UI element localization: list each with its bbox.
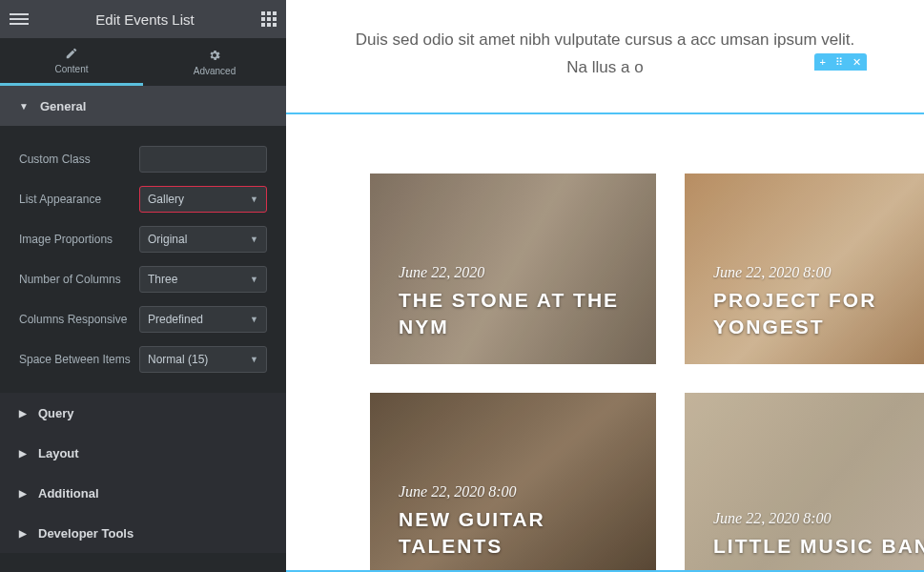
tab-advanced-label: Advanced [194, 66, 236, 76]
select-image-proportions-value: Original [148, 233, 187, 246]
label-image-proportions: Image Proportions [19, 233, 139, 246]
tab-content-label: Content [54, 64, 88, 74]
select-space-between-value: Normal (15) [148, 353, 208, 366]
event-date: June 22, 2020 8:00 [399, 483, 627, 500]
section-general-body: Custom Class List Appearance Gallery ▼ I… [0, 126, 286, 393]
drag-section-icon[interactable]: ⠿ [835, 57, 843, 68]
select-image-proportions[interactable]: Original ▼ [139, 226, 267, 253]
section-devtools[interactable]: ▶ Developer Tools [0, 513, 286, 553]
control-image-proportions: Image Proportions Original ▼ [19, 219, 267, 259]
event-title: THE STONE AT THE NYM [399, 287, 627, 341]
chevron-down-icon: ▼ [250, 315, 258, 324]
lorem-text: Duis sed odio sit amet nibh vulputate cu… [286, 0, 924, 101]
select-columns-responsive-value: Predefined [148, 313, 203, 326]
control-space-between: Space Between Items Normal (15) ▼ [19, 339, 267, 379]
tab-content[interactable]: Content [0, 38, 143, 86]
caret-right-icon: ▶ [19, 528, 27, 539]
event-title: NEW GUITAR TALENTS [399, 506, 627, 561]
select-columns-responsive[interactable]: Predefined ▼ [139, 306, 267, 333]
event-card[interactable]: June 22, 2020 8:00 PROJECT FOR YONGEST [685, 174, 924, 364]
control-num-columns: Number of Columns Three ▼ [19, 259, 267, 299]
event-card[interactable]: June 22, 2020 THE STONE AT THE NYM [370, 174, 656, 364]
chevron-down-icon: ▼ [250, 355, 258, 364]
chevron-down-icon: ▼ [250, 275, 258, 284]
select-num-columns-value: Three [148, 273, 177, 286]
event-title: PROJECT FOR YONGEST [713, 287, 924, 341]
gallery-container: June 22, 2020 THE STONE AT THE NYM June … [286, 112, 924, 572]
gear-icon [208, 49, 221, 62]
menu-icon[interactable] [10, 13, 29, 25]
caret-down-icon: ▼ [19, 101, 29, 112]
select-list-appearance-value: Gallery [148, 193, 184, 206]
section-query[interactable]: ▶ Query [0, 393, 286, 433]
apps-icon[interactable] [261, 11, 277, 27]
select-list-appearance[interactable]: Gallery ▼ [139, 186, 267, 213]
chevron-down-icon: ▼ [250, 194, 258, 204]
section-general[interactable]: ▼ General [0, 86, 286, 126]
chevron-down-icon: ▼ [250, 235, 258, 244]
caret-right-icon: ▶ [19, 488, 27, 499]
label-list-appearance: List Appearance [19, 193, 139, 206]
caret-right-icon: ▶ [19, 448, 27, 459]
close-section-icon[interactable]: ✕ [852, 57, 861, 68]
section-layout-label: Layout [38, 446, 79, 460]
event-date: June 22, 2020 8:00 [713, 510, 924, 527]
section-layout[interactable]: ▶ Layout [0, 433, 286, 473]
section-general-label: General [40, 99, 86, 113]
input-custom-class[interactable] [139, 146, 267, 173]
label-num-columns: Number of Columns [19, 273, 139, 286]
event-card[interactable]: June 22, 2020 8:00 LITTLE MUSIC BAN [685, 393, 924, 572]
event-title: LITTLE MUSIC BAN [713, 533, 924, 560]
add-section-icon[interactable]: + [820, 57, 826, 68]
select-num-columns[interactable]: Three ▼ [139, 266, 267, 293]
section-toolbar: + ⠿ ✕ [814, 53, 867, 71]
event-date: June 22, 2020 [399, 264, 627, 281]
label-space-between: Space Between Items [19, 353, 139, 366]
editor-sidebar: Edit Events List Content Advanced ▼ Gene… [0, 0, 286, 572]
tabs: Content Advanced [0, 38, 286, 86]
label-columns-responsive: Columns Responsive [19, 313, 139, 326]
caret-right-icon: ▶ [19, 408, 27, 419]
select-space-between[interactable]: Normal (15) ▼ [139, 346, 267, 373]
event-date: June 22, 2020 8:00 [713, 264, 924, 281]
sidebar-header: Edit Events List [0, 0, 286, 38]
panel-body: ▼ General Custom Class List Appearance G… [0, 86, 286, 572]
section-additional[interactable]: ▶ Additional [0, 473, 286, 513]
control-list-appearance: List Appearance Gallery ▼ [19, 179, 267, 219]
tab-advanced[interactable]: Advanced [143, 38, 286, 86]
section-additional-label: Additional [38, 486, 99, 500]
events-gallery: June 22, 2020 THE STONE AT THE NYM June … [370, 114, 924, 572]
section-devtools-label: Developer Tools [38, 526, 133, 541]
pencil-icon [65, 47, 78, 60]
preview-canvas: Duis sed odio sit amet nibh vulputate cu… [286, 0, 924, 572]
panel-title: Edit Events List [29, 11, 261, 28]
section-query-label: Query [38, 406, 74, 420]
event-card[interactable]: June 22, 2020 8:00 NEW GUITAR TALENTS [370, 393, 656, 572]
control-custom-class: Custom Class [19, 139, 267, 179]
label-custom-class: Custom Class [19, 153, 139, 166]
control-columns-responsive: Columns Responsive Predefined ▼ [19, 299, 267, 339]
